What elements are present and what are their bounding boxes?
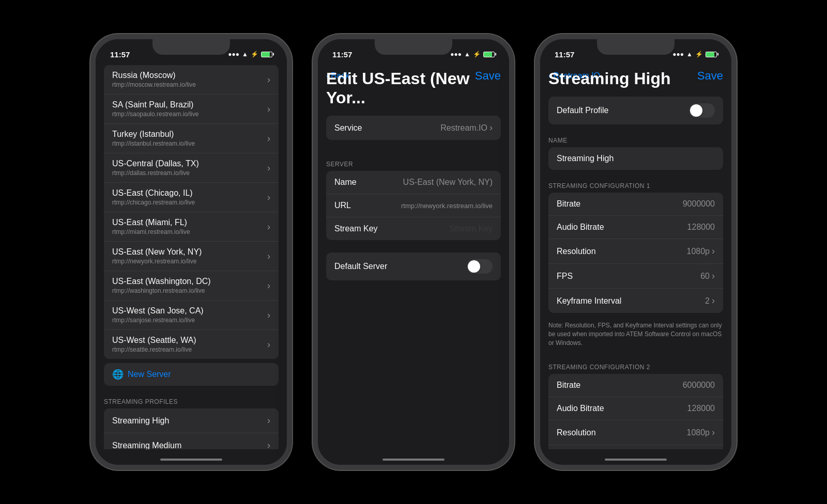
server-item-chevron	[267, 104, 270, 115]
default-server-label: Default Server	[334, 262, 387, 271]
server-key-row[interactable]: Stream Key Stream Key	[326, 217, 501, 240]
config1-row: Audio Bitrate 128000	[548, 216, 723, 239]
name-row: Streaming High	[548, 147, 723, 170]
globe-icon: 🌐	[112, 369, 124, 380]
server-item[interactable]: US-West (San Jose, CA) rtmp://sanjose.re…	[104, 301, 279, 330]
signal-icon-1: ●●●	[228, 51, 239, 58]
server-item-url: rtmp://miami.restream.io/live	[112, 228, 267, 235]
name-value-3[interactable]: Streaming High	[557, 154, 614, 163]
status-time-2: 11:57	[332, 50, 352, 59]
config1-group: Bitrate 9000000 Audio Bitrate 128000 Res…	[548, 193, 723, 313]
new-server-action[interactable]: 🌐 New Server	[104, 363, 279, 386]
config1-row: Bitrate 9000000	[548, 193, 723, 216]
server-list-1: Russia (Moscow) rtmp://moscow.restream.i…	[104, 65, 279, 359]
home-indicator-3	[605, 459, 667, 461]
phone3: 11:57 ●●● ▲ ⚡ ‹ Restream.IO Save Streami…	[535, 34, 737, 470]
server-item[interactable]: US-East (New York, NY) rtmp://newyork.re…	[104, 242, 279, 271]
config1-row-label: Resolution	[557, 247, 596, 256]
profile-item-label: Streaming High	[112, 416, 169, 426]
default-server-toggle[interactable]	[467, 259, 493, 274]
config1-chevron	[712, 271, 715, 281]
server-item-url: rtmp://sanjose.restream.io/live	[112, 317, 267, 324]
config2-row[interactable]: Resolution 1080p	[548, 420, 723, 445]
service-row[interactable]: Service Restream.IO	[326, 116, 501, 140]
wifi-icon-1: ▲	[242, 51, 248, 58]
server-item-content: US-West (San Jose, CA) rtmp://sanjose.re…	[112, 306, 267, 324]
server-item-chevron	[267, 310, 270, 321]
server-item-url: rtmp://newyork.restream.io/live	[112, 258, 267, 265]
status-time-3: 11:57	[555, 50, 574, 59]
server-item[interactable]: US-East (Chicago, IL) rtmp://chicago.res…	[104, 183, 279, 212]
config1-row[interactable]: FPS 60	[548, 264, 723, 289]
battery-1	[261, 52, 272, 57]
server-item-chevron	[267, 163, 270, 174]
phone2: 11:57 ●●● ▲ ⚡ ‹ Back Save Edit US-East (…	[313, 34, 514, 470]
profile-item[interactable]: Streaming High	[104, 408, 279, 433]
screen-content-1: Russia (Moscow) rtmp://moscow.restream.i…	[96, 65, 287, 449]
config2-row[interactable]: FPS 30	[548, 445, 723, 449]
config1-chevron	[712, 246, 715, 257]
server-name-row: Name US-East (New York, NY)	[326, 171, 501, 194]
battery-fill-1	[262, 52, 270, 57]
config1-row-label: FPS	[557, 272, 573, 281]
server-item[interactable]: SA (Saint Paul, Brazil) rtmp://saopaulo.…	[104, 94, 279, 124]
battery-fill-3	[706, 52, 714, 57]
server-item-content: US-East (Washington, DC) rtmp://washingt…	[112, 277, 267, 294]
server-item[interactable]: US-East (Washington, DC) rtmp://washingt…	[104, 271, 279, 301]
phone2-screen: 11:57 ●●● ▲ ⚡ ‹ Back Save Edit US-East (…	[318, 39, 509, 465]
server-item[interactable]: US-West (Seattle, WA) rtmp://seattle.res…	[104, 330, 279, 359]
server-item-url: rtmp://seattle.restream.io/live	[112, 346, 267, 353]
status-bar-2: 11:57 ●●● ▲ ⚡	[318, 39, 509, 65]
default-profile-toggle[interactable]	[689, 103, 715, 118]
config1-row-value: 1080p	[687, 246, 715, 257]
server-name-value: US-East (New York, NY)	[403, 178, 493, 187]
config2-group: Bitrate 6000000 Audio Bitrate 128000 Res…	[548, 374, 723, 449]
server-item-content: US-East (Chicago, IL) rtmp://chicago.res…	[112, 188, 267, 206]
service-label: Service	[334, 123, 362, 133]
server-item-url: rtmp://dallas.restream.io/live	[112, 169, 267, 177]
server-item-url: rtmp://moscow.restream.io/live	[112, 81, 267, 88]
streaming-profiles-header: STREAMING PROFILES	[96, 390, 287, 408]
server-item-title: Turkey (Istanbul)	[112, 130, 267, 139]
phone3-screen: 11:57 ●●● ▲ ⚡ ‹ Restream.IO Save Streami…	[540, 39, 731, 465]
default-server-row: Default Server	[326, 253, 501, 280]
server-fields-group: Name US-East (New York, NY) URL rtmp://n…	[326, 171, 501, 240]
server-item-content: Russia (Moscow) rtmp://moscow.restream.i…	[112, 71, 267, 88]
config1-row[interactable]: Keyframe Interval 2	[548, 289, 723, 313]
config1-row[interactable]: Resolution 1080p	[548, 239, 723, 264]
server-item-title: US-Central (Dallas, TX)	[112, 159, 267, 168]
server-item[interactable]: US-East (Miami, FL) rtmp://miami.restrea…	[104, 212, 279, 242]
server-item-content: SA (Saint Paul, Brazil) rtmp://saopaulo.…	[112, 100, 267, 118]
phone1-screen: 11:57 ●●● ▲ ⚡ ‹ MixEffect Pro Restream.I…	[96, 39, 287, 465]
status-icons-3: ●●● ▲ ⚡	[672, 51, 717, 58]
config2-row: Bitrate 6000000	[548, 374, 723, 397]
server-key-value[interactable]: Stream Key	[449, 224, 493, 233]
server-item[interactable]: Russia (Moscow) rtmp://moscow.restream.i…	[104, 65, 279, 94]
new-server-label[interactable]: New Server	[128, 370, 171, 379]
config1-chevron	[712, 295, 715, 306]
config2-row-label: Audio Bitrate	[557, 404, 604, 413]
server-item-title: US-East (Chicago, IL)	[112, 188, 267, 198]
page-title-2: Edit US-East (New Yor...	[318, 65, 509, 116]
server-item-url: rtmp://chicago.restream.io/live	[112, 199, 267, 206]
server-url-row: URL rtmp://newyork.restream.io/live	[326, 194, 501, 217]
server-url-label: URL	[334, 201, 351, 210]
server-item-content: US-Central (Dallas, TX) rtmp://dallas.re…	[112, 159, 267, 177]
server-section-header: SERVER	[318, 152, 509, 171]
profile-item-label: Streaming Medium	[112, 441, 181, 450]
status-bar-1: 11:57 ●●● ▲ ⚡	[96, 39, 287, 65]
server-item[interactable]: US-Central (Dallas, TX) rtmp://dallas.re…	[104, 153, 279, 183]
server-item-chevron	[267, 133, 270, 144]
home-indicator-2	[382, 459, 445, 461]
server-key-label: Stream Key	[334, 224, 378, 233]
lightning-icon-3: ⚡	[695, 51, 703, 58]
profile-item[interactable]: Streaming Medium	[104, 433, 279, 449]
default-profile-row: Default Profile	[548, 97, 723, 124]
profile-item-chevron	[267, 440, 270, 449]
wifi-icon-3: ▲	[686, 51, 693, 58]
config1-row-value: 9000000	[683, 199, 715, 209]
page-title-3: Streaming High	[540, 65, 731, 97]
server-item-title: Russia (Moscow)	[112, 71, 267, 80]
server-item[interactable]: Turkey (Istanbul) rtmp://istanbul.restre…	[104, 124, 279, 153]
lightning-icon-2: ⚡	[473, 51, 481, 58]
